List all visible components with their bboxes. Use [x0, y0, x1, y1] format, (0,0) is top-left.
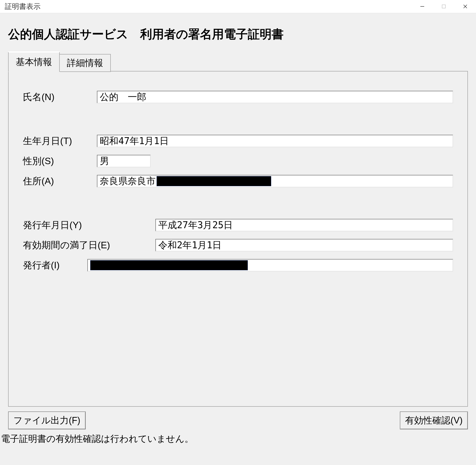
label-name: 氏名(N): [23, 91, 97, 104]
close-button[interactable]: [455, 0, 476, 13]
window-title: 証明書表示: [5, 2, 412, 11]
field-address[interactable]: 奈良県奈良市: [97, 175, 453, 187]
tab-detail[interactable]: 詳細情報: [59, 54, 111, 72]
tabs: 基本情報 詳細情報: [8, 52, 468, 72]
validity-check-button[interactable]: 有効性確認(V): [400, 412, 468, 429]
label-issue-date: 発行年月日(Y): [23, 219, 155, 232]
svg-rect-1: [442, 5, 446, 8]
minimize-button[interactable]: [412, 0, 433, 13]
tab-panel-basic: 氏名(N) 公的 一郎 生年月日(T) 昭和47年1月1日 性別(S) 男 住所…: [8, 71, 468, 407]
window-controls: [412, 0, 476, 13]
label-expiry-date: 有効期間の満了日(E): [23, 239, 155, 252]
maximize-button[interactable]: [433, 0, 455, 13]
page-title: 公的個人認証サービス 利用者の署名用電子証明書: [0, 13, 476, 52]
field-expiry-date[interactable]: 令和2年1月1日: [155, 239, 453, 251]
label-gender: 性別(S): [23, 155, 97, 168]
status-bar: 電子証明書の有効性確認は行われていません。: [0, 431, 476, 445]
field-issue-date[interactable]: 平成27年3月25日: [155, 219, 453, 231]
redacted-issuer: [90, 260, 248, 270]
label-issuer: 発行者(I): [23, 259, 87, 272]
file-output-button[interactable]: ファイル出力(F): [8, 412, 86, 429]
field-name[interactable]: 公的 一郎: [97, 91, 453, 103]
field-gender[interactable]: 男: [97, 155, 151, 167]
tab-basic[interactable]: 基本情報: [8, 52, 60, 72]
label-address: 住所(A): [23, 175, 97, 188]
label-birthdate: 生年月日(T): [23, 135, 97, 148]
field-issuer[interactable]: [87, 259, 453, 271]
field-address-visible: 奈良県奈良市: [100, 175, 156, 187]
field-birthdate[interactable]: 昭和47年1月1日: [97, 135, 453, 147]
titlebar: 証明書表示: [0, 0, 476, 13]
redacted-address: [157, 176, 271, 186]
